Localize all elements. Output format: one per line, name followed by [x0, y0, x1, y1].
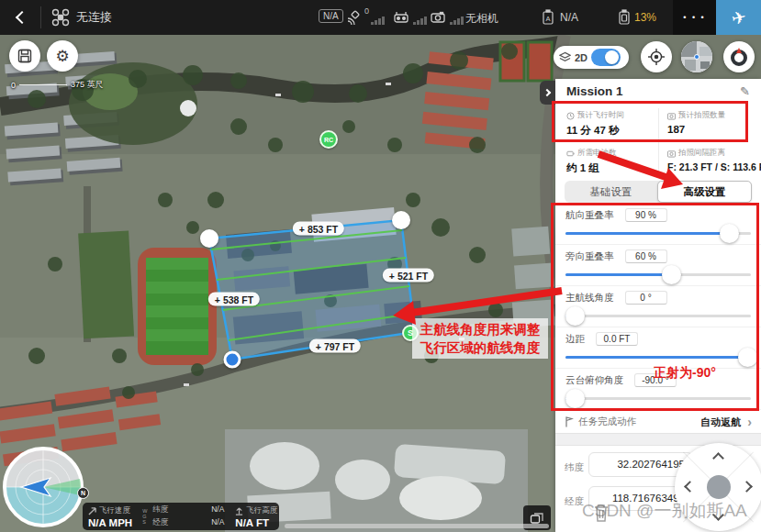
- save-icon: [17, 48, 33, 64]
- connection-label: 无连接: [76, 9, 112, 26]
- home-indicator: [285, 524, 549, 528]
- attitude-compass[interactable]: N: [3, 447, 84, 527]
- 2d-3d-switch[interactable]: [591, 49, 621, 66]
- margin-value[interactable]: 0.0 FT: [596, 332, 638, 346]
- svg-text:A: A: [545, 15, 550, 23]
- gps-coords-readout: 纬度N/A 经度N/A: [147, 503, 229, 530]
- course-angle-value[interactable]: 0 °: [625, 291, 667, 305]
- back-button[interactable]: [9, 0, 35, 35]
- margin-slider[interactable]: [565, 356, 751, 359]
- aircraft-connection-status[interactable]: 无连接: [51, 0, 112, 35]
- north-indicator: N: [77, 487, 89, 499]
- side-overlap-value[interactable]: 60 %: [625, 249, 667, 263]
- dots-icon: • • •: [683, 13, 705, 22]
- altitude-icon: [235, 507, 243, 515]
- altitude-readout: 飞行高度 N/A FT: [229, 503, 283, 530]
- longitude-label: 经度: [565, 495, 584, 508]
- slider-front-overlap: 航向重叠率90 %: [555, 204, 761, 245]
- compass-icon: [729, 47, 749, 67]
- edge-length-label-bottom[interactable]: +797 FT: [309, 339, 361, 353]
- takeoff-button[interactable]: ✈: [716, 0, 761, 35]
- plus-icon: +: [215, 294, 220, 305]
- rc-signal-bars: [413, 17, 427, 25]
- chevron-right-icon: [543, 89, 550, 96]
- gps-signal-bars: [371, 17, 385, 25]
- device-battery-value: 13%: [634, 11, 656, 24]
- side-overlap-slider[interactable]: [565, 273, 751, 276]
- slider-thumb[interactable]: [565, 306, 585, 326]
- edit-mission-name-button[interactable]: ✎: [740, 84, 750, 98]
- remote-controller-icon: [393, 9, 409, 26]
- annotation-gimbal-note: 正射为-90°: [654, 365, 716, 382]
- panel-collapse-button[interactable]: [540, 81, 555, 105]
- slider-thumb[interactable]: [738, 348, 757, 367]
- annotation-route-note: 主航线角度用来调整 飞行区域的航线角度: [412, 318, 548, 359]
- plus-icon: +: [389, 270, 395, 281]
- tab-basic-settings[interactable]: 基础设置: [565, 181, 657, 203]
- front-overlap-value[interactable]: 90 %: [625, 208, 667, 222]
- dpad-center[interactable]: [707, 475, 731, 499]
- chevron-right-icon: ›: [747, 415, 752, 429]
- aircraft-battery-icon: A: [541, 9, 555, 26]
- finish-action-row[interactable]: 任务完成动作 自动返航 ›: [555, 411, 761, 433]
- camera-signal-bars: [450, 17, 464, 25]
- map-mode-toggle[interactable]: 2D: [554, 46, 629, 69]
- layers-icon: [559, 51, 571, 63]
- mission-panel: Mission 1 ✎ 预计飞行时间 11 分 47 秒 预计拍照数量 187 …: [555, 79, 761, 532]
- gear-icon: ⚙: [55, 47, 69, 66]
- edge-length-label-left[interactable]: +538 FT: [208, 293, 260, 306]
- map-preview-button[interactable]: [681, 41, 712, 72]
- speed-readout: 飞行速度 N/A MPH: [83, 503, 138, 530]
- stat-batteries: 所需电池数 约 1 组: [566, 148, 666, 175]
- map-layers-icon: [530, 512, 544, 525]
- polygon-vertex-handle-selected[interactable]: [224, 351, 241, 369]
- minimap-thumbnail: [681, 41, 712, 72]
- slider-thumb[interactable]: [662, 265, 681, 284]
- gimbal-pitch-slider[interactable]: [565, 397, 751, 400]
- mission-stats: 预计飞行时间 11 分 47 秒 预计拍照数量 187 所需电池数 约 1 组 …: [555, 103, 761, 178]
- stat-flight-time: 预计飞行时间 11 分 47 秒: [566, 110, 666, 138]
- camera-icon: [667, 112, 676, 120]
- locate-me-button[interactable]: [641, 41, 672, 72]
- watermark: CSDN @一别如斯AA: [582, 499, 747, 523]
- device-battery-icon: [617, 9, 632, 26]
- tab-advanced-settings[interactable]: 高级设置: [657, 181, 752, 203]
- latitude-label: 纬度: [565, 461, 584, 474]
- rc-location-marker: RC: [319, 130, 338, 149]
- divider: [40, 6, 41, 28]
- gps-satellite-icon: [345, 9, 362, 26]
- slider-course-angle: 主航线角度0 °: [555, 286, 761, 327]
- camera-icon: [667, 150, 676, 158]
- camera-icon: [430, 9, 446, 26]
- camera-status: 无相机: [465, 11, 498, 27]
- stat-photo-count: 预计拍照数量 187: [667, 110, 761, 135]
- telemetry-bar: 飞行速度 N/A MPH WGS 纬度N/A 经度N/A 飞行高度 N/A FT: [83, 503, 279, 530]
- wgs-label: WGS: [138, 503, 147, 530]
- slider-thumb[interactable]: [565, 389, 585, 408]
- save-mission-button[interactable]: [9, 40, 40, 72]
- map-scale: 0375 英尺: [11, 79, 104, 91]
- top-status-bar: 无连接 N/A 0 无相机 A N/A 13% • • • ✈: [0, 0, 761, 35]
- edge-length-label-right[interactable]: +521 FT: [383, 269, 434, 283]
- app-root: +853 FT +521 FT +538 FT +797 FT S RC 无连接…: [0, 0, 761, 532]
- nudge-left-button[interactable]: [684, 481, 696, 493]
- mission-settings-button[interactable]: ⚙: [47, 40, 78, 72]
- compass-reset-button[interactable]: [723, 41, 755, 72]
- polygon-vertex-handle[interactable]: [200, 229, 218, 248]
- nudge-right-button[interactable]: [741, 481, 753, 493]
- back-icon: [16, 11, 28, 24]
- aircraft-battery-value: N/A: [560, 11, 578, 24]
- gps-count: 0: [364, 6, 369, 16]
- polygon-vertex-handle[interactable]: [392, 211, 410, 229]
- stat-photo-interval: 拍照间隔距离 F: 21.3 FT / S: 113.6 FT: [667, 148, 761, 172]
- more-menu-button[interactable]: • • •: [673, 0, 716, 35]
- nudge-up-button[interactable]: [712, 452, 724, 464]
- settings-tabs: 基础设置 高级设置: [565, 181, 752, 203]
- mission-title: Mission 1: [566, 84, 623, 98]
- slider-thumb[interactable]: [720, 224, 739, 243]
- course-angle-slider[interactable]: [565, 315, 751, 317]
- battery-icon: [566, 150, 575, 158]
- edge-length-label-top[interactable]: +853 FT: [293, 222, 344, 236]
- speed-icon: [88, 507, 96, 515]
- front-overlap-slider[interactable]: [565, 232, 751, 235]
